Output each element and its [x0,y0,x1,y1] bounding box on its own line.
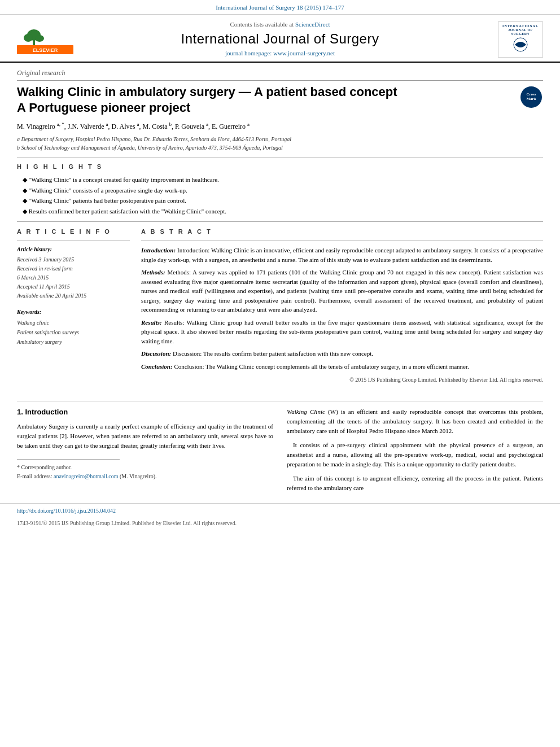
footnote-area: * Corresponding author. E-mail address: … [17,463,273,481]
article-type: Original research [17,68,543,81]
date-received: Received 3 January 2015 [17,255,130,264]
crossmark-badge: CrossMark [520,86,543,109]
corresponding-author: * Corresponding author. [17,463,273,472]
keywords-list: Walking clinic Patient satisfaction surv… [17,318,130,347]
footer-copyright: 1743-9191/© 2015 IJS Publishing Group Li… [0,518,560,532]
right-para-2: It consists of a pre-surgery clinical ap… [287,440,543,469]
elsevier-logo-area: ELSEVIER [17,24,73,55]
email-link[interactable]: anavinagreiro@hotmail.com [54,473,118,479]
affiliation-b: b School of Technology and Management of… [17,143,543,152]
highlight-item: "Walking Clinic" consists of a preoperat… [23,185,543,196]
svg-text:ELSEVIER: ELSEVIER [33,47,58,53]
crossmark-icon: CrossMark [520,86,542,108]
journal-header-center: Contents lists available at ScienceDirec… [73,20,487,58]
footnote-divider [17,459,120,460]
journal-citation: International Journal of Surgery 18 (201… [216,4,344,11]
title-area: CrossMark Walking Clinic in ambulatory s… [17,84,543,116]
section1-text: Ambulatory Surgery is currently a nearly… [17,422,273,451]
section1-title: 1. Introduction [17,407,273,417]
journal-homepage: journal homepage: www.journal-surgery.ne… [73,49,487,58]
body-divider [17,401,543,401]
keywords-title: Keywords: [17,308,130,316]
footer-doi: http://dx.doi.org/10.1016/j.ijsu.2015.04… [0,503,560,518]
right-para-1: Walking Clinic (W) is an efficient and e… [287,407,543,436]
highlights-list: "Walking Clinic" is a concept created fo… [17,174,543,217]
abstract-inner-divider [141,241,543,241]
email-footnote: E-mail address: anavinagreiro@hotmail.co… [17,472,273,481]
highlight-item: "Walking Clinic" is a concept created fo… [23,174,543,185]
keyword-2: Patient satisfaction surveys [17,327,130,337]
abstract-discussion: Discussion: Discussion: The results conf… [141,349,543,359]
journal-header: ELSEVIER Contents lists available at Sci… [0,15,560,62]
abstract-conclusion: Conclusion: Conclusion: The Walking Clin… [141,362,543,372]
article-title: Walking Clinic in ambulatory surgery — A… [17,84,543,116]
homepage-link[interactable]: www.journal-surgery.net [273,50,335,56]
affiliations: a Department of Surgery, Hospital Pedro … [17,135,543,152]
date-accepted: Accepted 11 April 2015 [17,282,130,291]
info-inner-divider [17,241,130,241]
date-online: Available online 20 April 2015 [17,291,130,300]
date-revised: 6 March 2015 [17,273,130,282]
abstract-copyright: © 2015 IJS Publishing Group Limited. Pub… [141,375,543,384]
body-right-col: Walking Clinic (W) is an efficient and e… [287,407,543,497]
keyword-3: Ambulatory surgery [17,337,130,347]
abstract-intro: Introduction: Introduction: Walking Clin… [141,246,543,264]
doi-link[interactable]: http://dx.doi.org/10.1016/j.ijsu.2015.04… [17,508,116,514]
intro-para-1: Ambulatory Surgery is currently a nearly… [17,422,273,451]
elsevier-logo-svg: ELSEVIER [17,24,73,55]
highlights-section: H I G H L I G H T S "Walking Clinic" is … [17,163,543,217]
abstract-divider [17,221,543,222]
body-two-col: 1. Introduction Ambulatory Surgery is cu… [17,407,543,497]
sciencedirect-link[interactable]: ScienceDirect [295,21,330,28]
highlight-item: Results confirmed better patient satisfa… [23,206,543,217]
ijs-badge: INTERNATIONAL JOURNAL OF SURGERY [498,21,543,58]
date-revised-label: Received in revised form [17,264,130,273]
abstract-col: A B S T R A C T Introduction: Introducti… [141,228,543,384]
body-left-col: 1. Introduction Ambulatory Surgery is cu… [17,407,273,497]
abstract-results: Results: Results: Walking Clinic group h… [141,318,543,346]
journal-title: International Journal of Surgery [73,29,487,49]
section1-right-text: Walking Clinic (W) is an efficient and e… [287,407,543,493]
article-info-abstract-area: A R T I C L E I N F O Article history: R… [17,228,543,384]
contents-text: Contents lists available at ScienceDirec… [73,20,487,29]
keyword-1: Walking clinic [17,318,130,327]
highlights-divider [17,158,543,158]
highlight-item: "Walking Clinic" patients had better pos… [23,195,543,206]
highlights-header: H I G H L I G H T S [17,163,543,171]
history-dates: Received 3 January 2015 Received in revi… [17,255,130,300]
article-info-header: A R T I C L E I N F O [17,228,130,236]
svg-point-2 [35,35,44,42]
abstract-methods: Methods: Methods: A survey was applied t… [141,268,543,314]
affiliation-a: a Department of Surgery, Hospital Pedro … [17,135,543,143]
content-area: Original research CrossMark Walking Clin… [0,63,560,390]
article-info-col: A R T I C L E I N F O Article history: R… [17,228,130,384]
journal-citation-bar: International Journal of Surgery 18 (201… [0,0,560,15]
abstract-header: A B S T R A C T [141,228,543,236]
authors: M. Vinagreiro a, *, J.N. Valverde a, D. … [17,121,543,132]
right-para-3: The aim of this concept is to augment ef… [287,474,543,493]
main-body: 1. Introduction Ambulatory Surgery is cu… [0,390,560,503]
abstract-text: Introduction: Introduction: Walking Clin… [141,246,543,384]
ijs-logo-graphic [504,36,537,53]
history-title: Article history: [17,246,130,254]
journal-logo-right: INTERNATIONAL JOURNAL OF SURGERY [487,21,543,58]
svg-point-1 [24,34,33,42]
